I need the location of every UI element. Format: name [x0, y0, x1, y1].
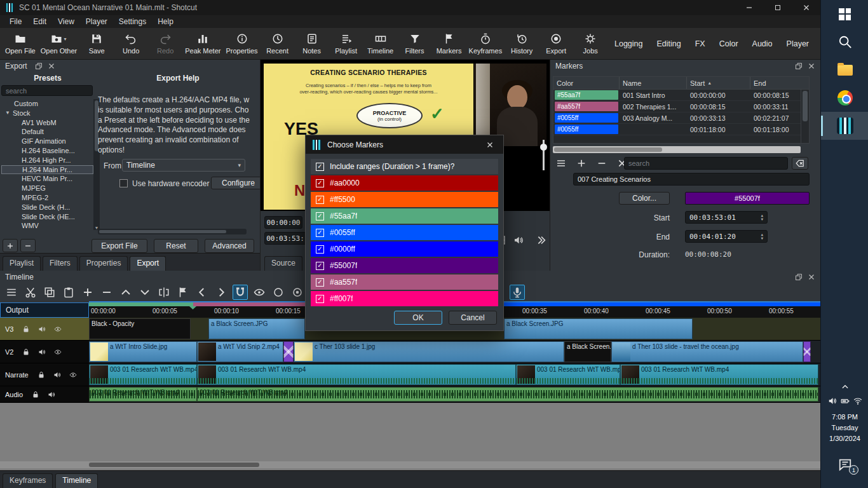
toolbar-jobs-button[interactable]: Jobs: [573, 29, 607, 58]
layout-fx-button[interactable]: FX: [695, 39, 705, 48]
lock-icon[interactable]: [22, 348, 30, 356]
timeline-menu-button[interactable]: [4, 285, 19, 300]
transition-clip[interactable]: [803, 341, 811, 362]
eye-icon[interactable]: [54, 348, 62, 356]
checkbox-checked-icon[interactable]: ✓: [316, 262, 324, 270]
volume-icon[interactable]: [48, 391, 55, 398]
show-hidden-icons-button[interactable]: [821, 380, 868, 394]
tab-timeline[interactable]: Timeline: [55, 473, 98, 488]
marker-color-button[interactable]: Color...: [619, 192, 670, 205]
checkbox-checked-icon[interactable]: ✓: [316, 179, 324, 187]
layout-player-button[interactable]: Player: [787, 39, 809, 48]
toolbar-open-file-button[interactable]: Open File: [3, 29, 38, 58]
checkbox-checked-icon[interactable]: ✓: [316, 245, 324, 254]
marker-color-option[interactable]: ✓#55007f: [311, 258, 498, 273]
mute-icon[interactable]: [513, 235, 524, 245]
menu-view[interactable]: View: [52, 17, 80, 26]
taskbar-explorer-button[interactable]: [821, 56, 868, 84]
layout-color-button[interactable]: Color: [719, 39, 738, 48]
taskbar-shotcut-button[interactable]: [821, 112, 868, 140]
column-header-start[interactable]: Start▲: [687, 77, 750, 89]
remove-marker-button[interactable]: [595, 156, 609, 170]
checkbox-checked-icon[interactable]: ✓: [316, 295, 324, 303]
toolbar-save-button[interactable]: Save: [79, 29, 114, 58]
toolbar-undo-button[interactable]: Undo: [114, 29, 148, 58]
close-button[interactable]: [792, 0, 820, 15]
more-controls-icon[interactable]: [536, 235, 546, 245]
preset-item-hevc-main-pr[interactable]: HEVC Main Pr...: [1, 174, 93, 184]
snap-button[interactable]: [233, 285, 248, 300]
ripple-delete-button[interactable]: [99, 285, 114, 300]
lock-icon[interactable]: [37, 371, 45, 379]
preset-item-mjpeg[interactable]: MJPEG: [1, 184, 93, 193]
close-panel-icon[interactable]: [808, 62, 815, 70]
start-button[interactable]: [821, 0, 868, 28]
remove-preset-button[interactable]: [20, 239, 36, 252]
preset-item-default[interactable]: Default: [1, 127, 93, 137]
preset-search-input[interactable]: [1, 85, 93, 96]
marker-start-spinner[interactable]: 00:03:53:01▲▼: [685, 211, 768, 224]
close-panel-icon[interactable]: [48, 62, 55, 70]
toolbar-notes-button[interactable]: Notes: [295, 29, 329, 58]
ripple-button[interactable]: [271, 285, 286, 300]
toolbar-peak-meter-button[interactable]: Peak Meter: [182, 29, 223, 58]
preset-item-custom[interactable]: Custom: [1, 99, 93, 109]
timeline-clip[interactable]: 003 01 Research WtT WB.mp4: [197, 364, 516, 385]
volume-icon[interactable]: [53, 371, 61, 379]
menu-edit[interactable]: Edit: [27, 17, 52, 26]
float-panel-icon[interactable]: [795, 273, 803, 281]
menu-player[interactable]: Player: [80, 17, 113, 26]
track-head-v2[interactable]: V2: [0, 341, 89, 363]
clear-search-button[interactable]: [792, 157, 808, 170]
timeline-clip[interactable]: c Ther 103 slide 1.jpg: [294, 341, 564, 362]
taskbar-clock[interactable]: 7:08 PM Tuesday 1/30/2024: [821, 412, 868, 444]
markers-search-input[interactable]: [624, 157, 788, 170]
tab-keyframes[interactable]: Keyframes: [3, 473, 53, 488]
preset-item-stock[interactable]: ▼Stock: [1, 109, 93, 118]
toolbar-timeline-button[interactable]: Timeline: [363, 29, 398, 58]
ripple-all-tracks-button[interactable]: [290, 285, 305, 300]
collapse-arrow-icon[interactable]: ▼: [5, 109, 13, 118]
timeline-clip[interactable]: a WtT Intro Slide.jpg: [89, 341, 197, 362]
marker-color-option[interactable]: ✓#0055ff: [311, 225, 498, 240]
table-row[interactable]: #aa557f002 Therapies 1...00:00:08:1500:0…: [553, 101, 809, 112]
timeline-clip[interactable]: d Ther 103 slide - travel the ocean.jpg: [611, 341, 803, 362]
checkbox-checked-icon[interactable]: ✓: [316, 278, 324, 287]
output-track-button[interactable]: Output: [0, 302, 89, 318]
eye-icon[interactable]: [69, 371, 77, 379]
tab-filters[interactable]: Filters: [43, 256, 78, 271]
lift-button[interactable]: [118, 285, 133, 300]
table-row[interactable]: #0055ff003 Analogy M...00:00:33:1300:02:…: [553, 112, 809, 124]
toolbar-history-button[interactable]: History: [505, 29, 539, 58]
checkbox-checked-icon[interactable]: ✓: [316, 229, 324, 237]
marker-color-option[interactable]: ✓#ff007f: [311, 291, 498, 306]
timeline-clip[interactable]: 003 01 Research WtT WB.mp4: [620, 364, 818, 385]
dialog-close-button[interactable]: [477, 135, 503, 154]
eye-icon[interactable]: [54, 325, 62, 333]
toolbar-open-other-button[interactable]: ▾Open Other: [38, 29, 79, 58]
preset-item-h-264-main-pr[interactable]: H.264 Main Pr...: [1, 165, 93, 175]
preset-item-gif-animation[interactable]: GIF Animation: [1, 137, 93, 146]
toolbar-filters-button[interactable]: Filters: [398, 29, 432, 58]
timeline-clip[interactable]: 003 01 Research WtT WB.mp4: [516, 364, 620, 385]
toolbar-export-button[interactable]: Export: [539, 29, 573, 58]
taskbar-chrome-button[interactable]: [821, 84, 868, 112]
timeline-clip[interactable]: a Black Screen.JPG: [208, 318, 305, 339]
marker-color-option[interactable]: ✓#aa557f: [311, 274, 498, 290]
toolbar-properties-button[interactable]: Properties: [223, 29, 260, 58]
timeline-clip[interactable]: a WtT Vid Snip 2.mp4: [197, 341, 283, 362]
menu-file[interactable]: File: [4, 17, 27, 26]
column-header-color[interactable]: Color: [553, 77, 620, 89]
marker-color-option[interactable]: ✓#ff5500: [311, 192, 498, 207]
network-icon[interactable]: [853, 396, 862, 405]
float-panel-icon[interactable]: [35, 62, 43, 70]
toolbar-redo-button[interactable]: Redo: [148, 29, 182, 58]
markers-table-scrollbar[interactable]: [801, 90, 809, 143]
preset-item-wmv[interactable]: WMV: [1, 221, 93, 230]
cut-button[interactable]: [23, 285, 38, 300]
tab-playlist[interactable]: Playlist: [3, 256, 41, 271]
tab-properties[interactable]: Properties: [79, 256, 128, 271]
action-center-button[interactable]: 1: [821, 452, 868, 477]
timeline-clip[interactable]: a Black Screen.JPG: [504, 318, 693, 339]
float-panel-icon[interactable]: [795, 62, 803, 70]
